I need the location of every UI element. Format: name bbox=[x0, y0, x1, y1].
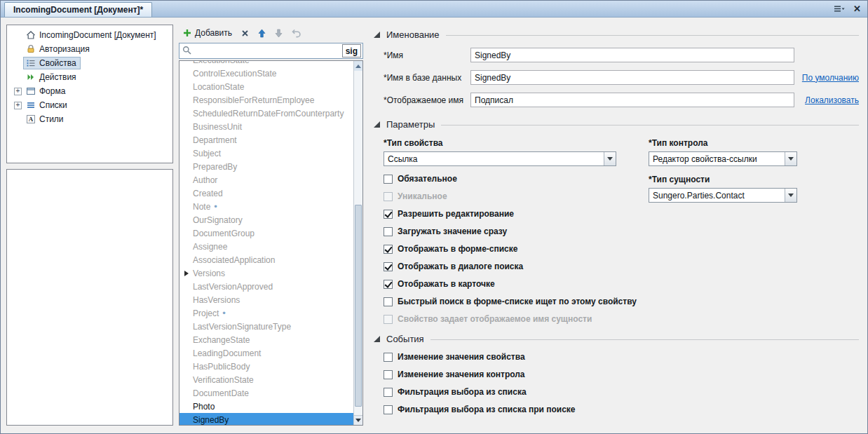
event-checkbox[interactable] bbox=[384, 388, 393, 397]
list-item[interactable]: ExchangeState bbox=[179, 333, 353, 346]
tree-item[interactable]: AСтили bbox=[7, 112, 172, 126]
list-item[interactable]: LastVersionApproved bbox=[179, 280, 353, 293]
window-menu-icon[interactable] bbox=[834, 6, 845, 12]
list-item[interactable]: AssociatedApplication bbox=[179, 253, 353, 266]
tree-expand-spacer bbox=[13, 59, 22, 68]
list-item-label: HasPublicBody bbox=[193, 362, 250, 372]
list-item-label: LastVersionApproved bbox=[193, 282, 273, 292]
list-item[interactable]: OurSignatory bbox=[179, 213, 353, 226]
section-parameters-header[interactable]: Параметры bbox=[374, 119, 859, 130]
control-type-select[interactable]: Редактор свойства-ссылки bbox=[649, 151, 797, 166]
list-toolbar: Добавить bbox=[179, 25, 363, 41]
name-input[interactable] bbox=[470, 48, 794, 62]
event-checkbox-row: Фильтрация выбора из списка bbox=[384, 387, 859, 397]
window-close-icon[interactable]: ✕ bbox=[853, 4, 861, 13]
tree-item-body: IncomingDocument [Документ] bbox=[24, 29, 160, 41]
list-item[interactable]: Created bbox=[179, 187, 353, 200]
list-item-label: DocumentDate bbox=[193, 388, 249, 398]
list-item[interactable]: LocationState bbox=[179, 80, 353, 93]
move-up-button[interactable] bbox=[258, 29, 266, 38]
chevron-down-icon[interactable] bbox=[785, 189, 796, 202]
list-item[interactable]: Note• bbox=[179, 200, 353, 213]
expand-icon[interactable] bbox=[184, 271, 193, 276]
list-item-label: LeadingDocument bbox=[193, 348, 261, 358]
list-item[interactable]: ControlExecutionState bbox=[179, 67, 353, 80]
list-item-label: BusinessUnit bbox=[193, 122, 242, 132]
parameter-checkbox-row: Уникальное bbox=[384, 191, 644, 201]
list-item[interactable]: LeadingDocument bbox=[179, 346, 353, 360]
list-item[interactable]: DocumentDate bbox=[179, 386, 353, 400]
list-item[interactable]: PreparedBy bbox=[179, 160, 353, 173]
list-item[interactable]: VerificationState bbox=[179, 373, 353, 386]
name-field-label: *Имя bbox=[384, 50, 470, 60]
list-item[interactable]: Assignee bbox=[179, 240, 353, 253]
list-item[interactable]: BusinessUnit bbox=[179, 120, 353, 133]
plus-icon bbox=[183, 29, 191, 37]
parameter-checkbox[interactable] bbox=[384, 227, 393, 236]
parameter-checkbox[interactable] bbox=[384, 297, 393, 306]
list-item[interactable]: ScheduledReturnDateFromCounterparty bbox=[179, 107, 353, 120]
localize-link[interactable]: Локализовать bbox=[805, 95, 859, 105]
document-tab[interactable]: IncomingDocument [Документ]* bbox=[4, 2, 152, 17]
tree-item[interactable]: +Списки bbox=[7, 98, 172, 112]
tree-item[interactable]: Свойства bbox=[7, 56, 172, 70]
tree-item[interactable]: IncomingDocument [Документ] bbox=[7, 28, 172, 42]
chevron-down-icon[interactable] bbox=[604, 152, 616, 165]
event-checkbox-row: Изменение значения контрола bbox=[384, 369, 859, 379]
parameter-checkbox[interactable] bbox=[384, 262, 393, 271]
delete-button[interactable] bbox=[241, 29, 249, 37]
list-item[interactable]: HasPublicBody bbox=[179, 360, 353, 373]
default-link[interactable]: По умолчанию bbox=[802, 73, 859, 83]
add-button[interactable]: Добавить bbox=[183, 28, 232, 38]
scroll-up-icon[interactable] bbox=[354, 61, 362, 71]
parameter-checkbox-label: Свойство задает отображаемое имя сущност… bbox=[398, 314, 592, 324]
tree-expand-icon[interactable]: + bbox=[14, 102, 22, 109]
scrollbar-thumb[interactable] bbox=[355, 205, 362, 407]
event-checkbox[interactable] bbox=[384, 370, 393, 379]
parameter-checkbox[interactable] bbox=[384, 210, 393, 219]
display-name-input[interactable] bbox=[470, 93, 794, 107]
property-type-select[interactable]: Ссылка bbox=[384, 151, 616, 166]
search-box[interactable]: sig bbox=[179, 43, 363, 59]
tree-item[interactable]: Действия bbox=[7, 70, 172, 84]
list-item[interactable]: LastVersionSignatureType bbox=[179, 320, 353, 333]
tree-item[interactable]: +Форма bbox=[7, 84, 172, 98]
tree-expand-icon[interactable]: + bbox=[14, 88, 22, 95]
list-item[interactable]: Versions bbox=[179, 266, 353, 280]
entity-type-select[interactable]: Sungero.Parties.Contact bbox=[649, 188, 797, 203]
event-checkbox-label: Фильтрация выбора из списка bbox=[398, 387, 527, 397]
tree-expand-spacer bbox=[13, 115, 22, 124]
list-item[interactable]: Photo bbox=[179, 400, 353, 413]
tree-item-label: Стили bbox=[39, 114, 64, 124]
list-item[interactable]: Subject bbox=[179, 147, 353, 160]
search-input[interactable] bbox=[194, 45, 342, 57]
list-item-label: DocumentGroup bbox=[193, 229, 255, 238]
tree-expand-spacer bbox=[13, 31, 22, 40]
parameter-checkbox[interactable] bbox=[384, 280, 393, 289]
list-item[interactable]: ExecutionState bbox=[179, 60, 353, 67]
db-name-input[interactable] bbox=[470, 70, 794, 85]
parameter-checkbox[interactable] bbox=[384, 175, 393, 184]
tree-item-label: Списки bbox=[39, 100, 67, 110]
event-checkbox[interactable] bbox=[384, 353, 393, 362]
list-scrollbar[interactable] bbox=[353, 61, 362, 425]
override-dot-icon: • bbox=[214, 203, 217, 210]
list-item[interactable]: Project• bbox=[179, 306, 353, 320]
list-item-label: HasVersions bbox=[193, 295, 240, 305]
section-title: События bbox=[386, 334, 424, 344]
parameter-checkbox[interactable] bbox=[384, 245, 393, 254]
list-item[interactable]: Department bbox=[179, 133, 353, 147]
section-events-header[interactable]: События bbox=[374, 334, 859, 344]
list-item[interactable]: ResponsibleForReturnEmployee bbox=[179, 93, 353, 107]
list-item[interactable]: DocumentGroup bbox=[179, 226, 353, 240]
chevron-down-icon[interactable] bbox=[785, 152, 796, 165]
scroll-down-icon[interactable] bbox=[354, 415, 362, 425]
tree-item[interactable]: Авторизация bbox=[7, 42, 172, 56]
section-naming-header[interactable]: Именование bbox=[374, 29, 859, 40]
event-checkbox[interactable] bbox=[384, 405, 393, 414]
db-name-field-row: *Имя в базе данных По умолчанию bbox=[384, 70, 859, 85]
svg-text:A: A bbox=[28, 116, 33, 123]
list-item[interactable]: Author bbox=[179, 173, 353, 187]
list-item[interactable]: SignedBy bbox=[179, 413, 353, 426]
list-item[interactable]: HasVersions bbox=[179, 293, 353, 306]
